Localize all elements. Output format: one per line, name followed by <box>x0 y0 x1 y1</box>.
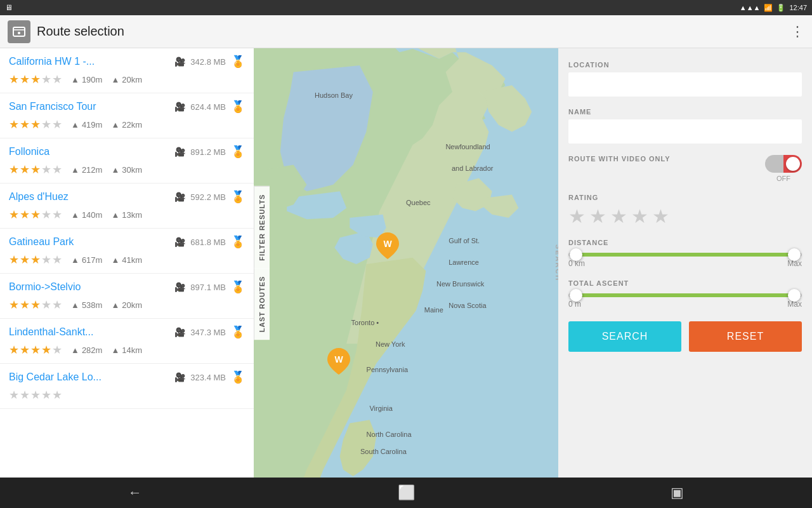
map-pin-1[interactable]: W <box>376 232 399 259</box>
star-filled: ★ <box>41 343 51 357</box>
action-buttons: SEARCH RESET <box>568 321 802 352</box>
status-bar-left: 🖥 <box>5 3 13 12</box>
route-item-header: Alpes d'Huez 🎥 592.2 MB 🏅 <box>9 190 245 204</box>
rating-star-3[interactable]: ★ <box>610 205 627 227</box>
distance-icon: ▲ <box>111 255 119 265</box>
video-icon: 🎥 <box>174 147 185 157</box>
map-background: Hudson Bay Newfoundland and Labrador Que… <box>254 48 558 478</box>
list-item[interactable]: Alpes d'Huez 🎥 592.2 MB 🏅 ★★★★★ ▲ 140m ▲… <box>0 184 254 229</box>
ascent-icon: ▲ <box>71 210 79 220</box>
star-filled: ★ <box>30 163 41 177</box>
star-empty: ★ <box>41 117 51 131</box>
back-button[interactable]: ← <box>115 479 155 506</box>
route-size: 897.1 MB <box>190 283 226 292</box>
list-item[interactable]: Follonica 🎥 891.2 MB 🏅 ★★★★★ ▲ 212m ▲ 30… <box>0 138 254 184</box>
star-empty: ★ <box>52 163 62 177</box>
star-filled: ★ <box>30 208 41 222</box>
app-icon[interactable] <box>8 20 30 43</box>
route-stats: ★★★★★ ▲ 538m ▲ 20km <box>9 298 245 312</box>
search-button[interactable]: SEARCH <box>568 321 681 352</box>
star-empty: ★ <box>41 208 51 222</box>
ascent-slider-track[interactable] <box>568 293 802 297</box>
ascent-slider-thumb-right[interactable] <box>788 289 801 302</box>
route-stats: ★★★★★ <box>9 388 245 402</box>
route-ascent-stat: ▲ 140m <box>71 210 102 220</box>
location-field-group: LOCATION <box>568 61 802 97</box>
star-filled: ★ <box>9 208 19 222</box>
route-ascent: 212m <box>82 165 103 175</box>
star-filled: ★ <box>30 343 41 357</box>
route-item-header: Lindenthal-Sankt... 🎥 347.3 MB 🏅 <box>9 325 245 339</box>
star-empty: ★ <box>20 388 30 402</box>
route-distance: 22km <box>122 120 142 130</box>
list-item[interactable]: Gatineau Park 🎥 681.8 MB 🏅 ★★★★★ ▲ 617m … <box>0 229 254 274</box>
toggle-thumb <box>786 157 800 171</box>
star-filled: ★ <box>9 253 19 267</box>
medal-icon: 🏅 <box>231 370 245 384</box>
distance-slider-group: DISTANCE 0 km Max <box>568 239 802 268</box>
rating-star-4[interactable]: ★ <box>631 205 648 227</box>
route-name: Big Cedar Lake Lo... <box>9 371 169 383</box>
distance-icon: ▲ <box>111 345 119 355</box>
last-routes-tab[interactable]: LAST ROUTES <box>254 269 270 340</box>
distance-slider-thumb-left[interactable] <box>570 248 582 261</box>
route-distance-stat: ▲ 13km <box>111 210 142 220</box>
status-bar-right: ▲▲▲ 📶 🔋 12:47 <box>740 4 807 12</box>
rating-star-5[interactable]: ★ <box>652 205 669 227</box>
distance-slider-track[interactable] <box>568 253 802 257</box>
ascent-icon: ▲ <box>71 75 79 84</box>
route-ascent: 617m <box>82 255 103 265</box>
route-distance-stat: ▲ 41km <box>111 255 142 265</box>
location-label: LOCATION <box>568 61 802 69</box>
star-filled: ★ <box>20 117 30 131</box>
ascent-icon: ▲ <box>71 255 79 265</box>
recent-button[interactable]: ▣ <box>658 479 697 506</box>
distance-icon: ▲ <box>111 75 119 84</box>
video-icon: 🎥 <box>174 102 185 112</box>
distance-icon: ▲ <box>111 300 119 310</box>
page-title: Route selection <box>37 24 790 39</box>
star-empty: ★ <box>9 388 19 402</box>
route-ascent-stat: ▲ 617m <box>71 255 102 265</box>
star-filled: ★ <box>20 72 30 86</box>
title-bar: Route selection ⋮ <box>0 15 812 48</box>
svg-text:W: W <box>335 354 344 364</box>
distance-icon: ▲ <box>111 210 119 220</box>
ascent-icon: ▲ <box>71 345 79 355</box>
filter-results-tab[interactable]: FILTER RESULTS <box>254 186 270 269</box>
video-toggle[interactable] <box>765 155 802 173</box>
rating-star-2[interactable]: ★ <box>589 205 606 227</box>
medal-icon: 🏅 <box>231 280 245 294</box>
medal-icon: 🏅 <box>231 145 245 159</box>
route-name: Bormio->Stelvio <box>9 281 169 293</box>
menu-icon[interactable]: ⋮ <box>790 23 804 40</box>
star-filled: ★ <box>9 117 19 131</box>
route-stats: ★★★★★ ▲ 190m ▲ 20km <box>9 72 245 86</box>
route-name: Follonica <box>9 146 169 157</box>
video-icon: 🎥 <box>174 282 185 292</box>
list-item[interactable]: Lindenthal-Sankt... 🎥 347.3 MB 🏅 ★★★★★ ▲… <box>0 319 254 364</box>
medal-icon: 🏅 <box>231 235 245 249</box>
distance-slider-thumb-right[interactable] <box>788 248 801 261</box>
reset-button[interactable]: RESET <box>689 321 802 352</box>
rating-star-1[interactable]: ★ <box>568 205 586 227</box>
list-item[interactable]: Bormio->Stelvio 🎥 897.1 MB 🏅 ★★★★★ ▲ 538… <box>0 274 254 319</box>
location-input[interactable] <box>568 72 802 97</box>
map-pin-2[interactable]: W <box>327 348 350 375</box>
video-icon: 🎥 <box>174 57 185 67</box>
name-input[interactable] <box>568 119 802 144</box>
star-empty: ★ <box>41 253 51 267</box>
list-item[interactable]: Big Cedar Lake Lo... 🎥 323.4 MB 🏅 ★★★★★ <box>0 364 254 409</box>
home-button[interactable]: ⬜ <box>385 479 428 506</box>
route-distance-stat: ▲ 20km <box>111 75 142 84</box>
route-stats: ★★★★★ ▲ 282m ▲ 14km <box>9 343 245 357</box>
route-item-header: California HW 1 -... 🎥 342.8 MB 🏅 <box>9 55 245 69</box>
ascent-slider-thumb-left[interactable] <box>570 289 582 302</box>
list-item[interactable]: California HW 1 -... 🎥 342.8 MB 🏅 ★★★★★ … <box>0 48 254 93</box>
route-size: 681.8 MB <box>190 237 226 247</box>
route-ascent-stat: ▲ 282m <box>71 345 102 355</box>
star-filled: ★ <box>20 343 30 357</box>
star-empty: ★ <box>41 298 51 312</box>
list-item[interactable]: San Francisco Tour 🎥 624.4 MB 🏅 ★★★★★ ▲ … <box>0 93 254 138</box>
toggle-state-label: OFF <box>776 175 790 182</box>
